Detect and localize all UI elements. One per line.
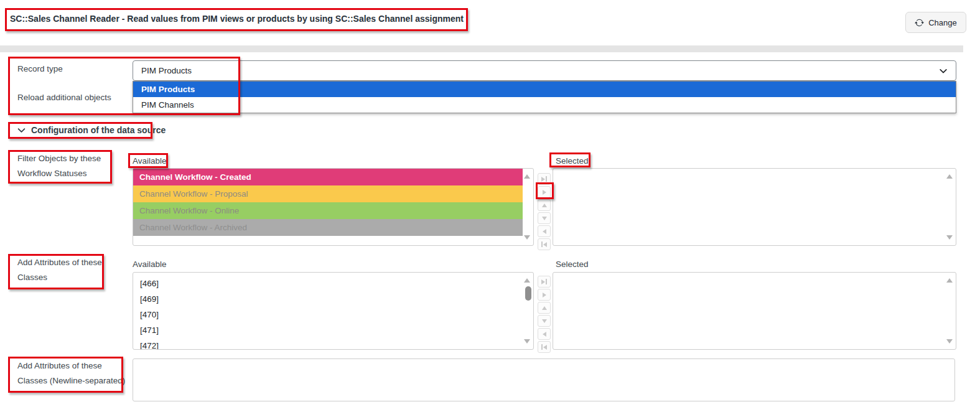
move-all-left-button[interactable]: [538, 238, 551, 250]
move-up-button[interactable]: [538, 302, 551, 314]
workflow-available-listbox[interactable]: Channel Workflow - Created Channel Workf…: [133, 168, 534, 246]
scroll-up-arrow-icon[interactable]: [524, 278, 530, 283]
move-down-button[interactable]: [538, 212, 551, 224]
class-attributes-newline-label-line2: Classes (Newline-separated): [17, 376, 125, 385]
workflow-filter-label-line1: Filter Objects by these: [17, 154, 101, 163]
class-attributes-newline-label-line1: Add Attributes of these: [17, 361, 102, 370]
scrollbar-thumb[interactable]: [525, 286, 531, 301]
list-item-workflow-proposal[interactable]: Channel Workflow - Proposal: [133, 185, 523, 202]
reload-additional-objects-label: Reload additional objects: [17, 93, 111, 102]
class-available-listbox[interactable]: [466] [469] [470] [471] [472]: [133, 272, 534, 350]
list-item-class-466[interactable]: [466]: [133, 276, 533, 291]
scroll-down-arrow-icon[interactable]: [524, 235, 530, 240]
page-title: SC::Sales Channel Reader - Read values f…: [10, 14, 464, 24]
record-type-label: Record type: [17, 64, 63, 73]
move-all-right-button[interactable]: [538, 276, 551, 288]
class-selected-listbox[interactable]: [553, 272, 956, 350]
scroll-down-arrow-icon[interactable]: [524, 339, 530, 344]
workflow-selected-listbox[interactable]: [553, 168, 956, 246]
move-all-left-button[interactable]: [538, 341, 551, 353]
dropdown-option-pim-products[interactable]: PIM Products: [133, 82, 956, 97]
list-item-workflow-online[interactable]: Channel Workflow - Online: [133, 202, 523, 219]
class-attributes-label-line1: Add Attributes of these: [17, 258, 102, 267]
move-right-button[interactable]: [538, 289, 551, 301]
move-all-right-button[interactable]: [538, 173, 551, 185]
class-attributes-newline-textarea[interactable]: [133, 358, 955, 401]
move-all-left-icon: [543, 345, 547, 350]
scroll-down-arrow-icon[interactable]: [946, 339, 953, 344]
change-button-label: Change: [928, 18, 957, 27]
scroll-up-arrow-icon[interactable]: [524, 174, 530, 179]
move-left-button[interactable]: [538, 225, 551, 237]
move-up-icon: [542, 306, 547, 310]
chevron-down-icon: [17, 126, 26, 134]
list-item-workflow-created[interactable]: Channel Workflow - Created: [133, 169, 523, 185]
header-divider: [0, 45, 963, 52]
list-item-class-469[interactable]: [469]: [133, 291, 533, 307]
scroll-down-arrow-icon[interactable]: [946, 235, 953, 240]
move-all-right-icon: [541, 279, 545, 284]
class-selected-label: Selected: [556, 260, 589, 269]
move-left-icon: [543, 332, 546, 337]
list-item-class-472[interactable]: [472]: [133, 338, 533, 350]
sales-channel-reader-config-page: SC::Sales Channel Reader - Read values f…: [0, 0, 980, 417]
data-source-section-toggle[interactable]: Configuration of the data source: [17, 125, 166, 135]
move-left-icon: [543, 229, 546, 234]
move-all-left-icon: [543, 242, 547, 247]
refresh-icon: [915, 18, 924, 27]
workflow-selected-label: Selected: [556, 156, 589, 166]
record-type-select[interactable]: PIM Products: [133, 60, 956, 81]
list-item-class-471[interactable]: [471]: [133, 322, 533, 338]
move-down-icon: [542, 319, 547, 323]
move-all-right-icon: [541, 177, 545, 182]
scroll-up-arrow-icon[interactable]: [946, 278, 953, 283]
scroll-up-arrow-icon[interactable]: [946, 174, 953, 179]
move-left-button[interactable]: [538, 328, 551, 340]
dropdown-option-pim-channels[interactable]: PIM Channels: [133, 97, 956, 113]
data-source-section-title: Configuration of the data source: [31, 125, 166, 135]
chevron-down-icon: [939, 67, 948, 77]
record-type-value: PIM Products: [141, 66, 192, 75]
class-transfer-buttons: [538, 276, 551, 354]
move-down-button[interactable]: [538, 315, 551, 327]
move-right-icon: [543, 293, 546, 298]
list-item-workflow-archived[interactable]: Channel Workflow - Archived: [133, 219, 523, 236]
record-type-dropdown: PIM Products PIM Channels: [133, 81, 956, 113]
workflow-available-label: Available: [133, 156, 167, 166]
change-button[interactable]: Change: [905, 12, 966, 33]
class-available-label: Available: [133, 260, 167, 269]
move-down-icon: [542, 217, 547, 220]
move-right-icon: [543, 190, 546, 195]
move-right-button[interactable]: [538, 186, 551, 198]
move-up-icon: [542, 204, 547, 207]
workflow-filter-label-line2: Workflow Statuses: [17, 169, 87, 178]
move-up-button[interactable]: [538, 199, 551, 211]
workflow-transfer-buttons: [538, 173, 551, 251]
class-attributes-label-line2: Classes: [17, 273, 47, 282]
list-item-class-470[interactable]: [470]: [133, 307, 533, 322]
